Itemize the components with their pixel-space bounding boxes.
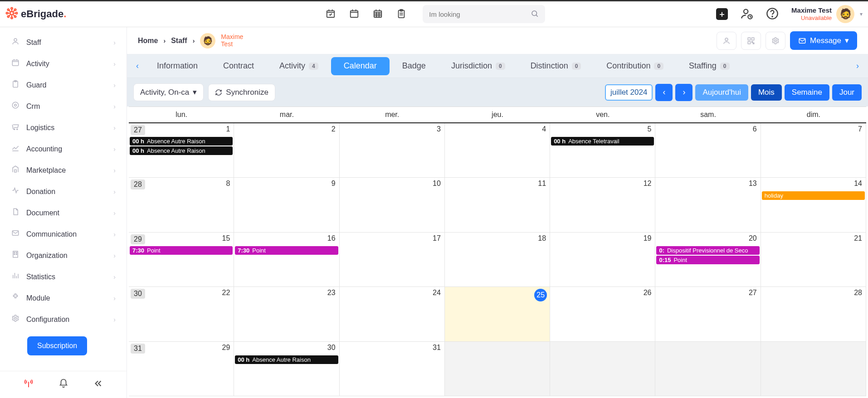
calendar-cell[interactable]: 7 — [761, 123, 866, 178]
tab-scroll-left[interactable]: ‹ — [131, 61, 144, 71]
sidebar-item-crm[interactable]: Crm› — [0, 96, 127, 117]
calendar-cell[interactable]: 4 — [445, 123, 550, 178]
next-period[interactable]: › — [675, 84, 692, 101]
calendar-cell[interactable]: 13 — [655, 178, 761, 232]
clipboard-icon[interactable] — [396, 9, 406, 20]
tab-contract[interactable]: Contract — [210, 54, 267, 78]
logo[interactable]: eBrigade. — [5, 7, 66, 21]
search-box[interactable] — [423, 5, 545, 23]
filter-select[interactable]: Activity, On-ca ▾ — [133, 83, 204, 101]
calendar-cell[interactable]: 167:30Point — [234, 233, 339, 287]
crumb-staff[interactable]: Staff — [171, 37, 187, 45]
calendar-cell[interactable]: 3129 — [129, 342, 234, 396]
collapse-icon[interactable] — [93, 379, 103, 391]
calendar-blank-icon[interactable] — [349, 9, 359, 20]
calendar-cell[interactable] — [761, 342, 866, 396]
day-view-button[interactable]: Jour — [832, 84, 862, 101]
calendar-cell[interactable]: 17 — [340, 233, 445, 287]
calendar-cell[interactable]: 3022 — [129, 287, 234, 341]
calendar-grid-icon[interactable] — [373, 9, 383, 20]
month-view-button[interactable]: Mois — [751, 84, 782, 101]
calendar-cell[interactable]: 31 — [340, 342, 445, 396]
calendar-check-icon[interactable] — [326, 9, 336, 20]
user-menu[interactable]: Maxime Test Unavailable 🧔 ▾ — [791, 5, 863, 23]
calendar-event[interactable]: 00 hAbsence Autre Raison — [130, 137, 233, 146]
calendar-cell[interactable]: 29157:30Point — [129, 233, 234, 287]
calendar-cell[interactable]: 24 — [340, 287, 445, 341]
calendar-event[interactable]: 7:30Point — [235, 246, 338, 255]
search-input[interactable] — [429, 10, 526, 18]
help-icon[interactable] — [766, 7, 779, 21]
sidebar-item-accounting[interactable]: Accounting› — [0, 138, 127, 160]
week-view-button[interactable]: Semaine — [785, 84, 829, 101]
calendar-event[interactable]: 00 hAbsence Autre Raison — [235, 355, 338, 364]
calendar-event[interactable]: 00 hAbsence Teletravail — [551, 137, 654, 146]
tab-contribution[interactable]: Contribution 0 — [594, 54, 676, 78]
sidebar-item-guard[interactable]: Guard› — [0, 74, 127, 96]
sidebar-item-document[interactable]: Document› — [0, 202, 127, 223]
sidebar-item-donation[interactable]: Donation› — [0, 181, 127, 202]
tab-jurisdiction[interactable]: Jurisdiction 0 — [439, 54, 518, 78]
gear-icon-button[interactable] — [766, 32, 785, 50]
tab-scroll-right[interactable]: › — [851, 61, 864, 71]
crumb-person[interactable]: Maxime Test — [221, 34, 243, 48]
tab-distinction[interactable]: Distinction 0 — [518, 54, 594, 78]
sidebar-item-staff[interactable]: Staff› — [0, 32, 127, 53]
calendar-cell[interactable]: 2 — [234, 123, 339, 178]
calendar-cell[interactable]: 23 — [234, 287, 339, 341]
sync-button[interactable]: Synchronize — [208, 84, 275, 101]
calendar-cell[interactable]: 25 — [445, 287, 550, 341]
calendar-cell[interactable] — [445, 342, 550, 396]
calendar-cell[interactable]: 27 — [655, 287, 761, 341]
sidebar-item-statistics[interactable]: Statistics› — [0, 266, 127, 287]
calendar-cell[interactable]: 21 — [761, 233, 866, 287]
sidebar-item-organization[interactable]: Organization› — [0, 245, 127, 266]
user-clock-icon[interactable] — [741, 7, 753, 21]
crumb-home[interactable]: Home — [138, 37, 158, 45]
calendar-cell[interactable]: 3 — [340, 123, 445, 178]
tab-activity[interactable]: Activity 4 — [267, 54, 331, 78]
calendar-cell[interactable]: 3000 hAbsence Autre Raison — [234, 342, 339, 396]
qr-icon-button[interactable] — [741, 32, 761, 50]
calendar-cell[interactable]: 6 — [655, 123, 761, 178]
subscription-button[interactable]: Subscription — [27, 336, 87, 355]
calendar-event[interactable]: 0:15Point — [656, 256, 759, 264]
calendar-cell[interactable] — [550, 342, 655, 396]
sidebar-item-marketplace[interactable]: Marketplace› — [0, 160, 127, 181]
calendar-cell[interactable]: 288 — [129, 178, 234, 232]
tab-badge[interactable]: Badge — [390, 54, 439, 78]
calendar-cell[interactable]: 14holiday — [761, 178, 866, 232]
calendar-event[interactable]: 0:Dispositif Previsionnel de Seco — [656, 246, 759, 255]
calendar-cell[interactable]: 28 — [761, 287, 866, 341]
add-button[interactable]: ＋ — [716, 8, 728, 20]
calendar-event[interactable]: holiday — [762, 191, 865, 200]
calendar-event[interactable]: 7:30Point — [130, 246, 233, 255]
sidebar-item-module[interactable]: Module› — [0, 287, 127, 309]
sidebar-item-configuration[interactable]: Configuration› — [0, 309, 127, 330]
tab-information[interactable]: Information — [144, 54, 210, 78]
profile-icon-button[interactable] — [717, 32, 736, 50]
calendar-cell[interactable]: 11 — [445, 178, 550, 232]
calendar-event[interactable]: 00 hAbsence Autre Raison — [130, 146, 233, 155]
calendar-cell[interactable] — [655, 342, 761, 396]
calendar-cell[interactable]: 500 hAbsence Teletravail — [550, 123, 655, 178]
today-button[interactable]: Aujourd'hui — [695, 84, 748, 101]
calendar-cell[interactable]: 27100 hAbsence Autre Raison00 hAbsence A… — [129, 123, 234, 178]
calendar-cell[interactable]: 9 — [234, 178, 339, 232]
calendar-cell[interactable]: 200:Dispositif Previsionnel de Seco0:15P… — [655, 233, 761, 287]
calendar-cell[interactable]: 10 — [340, 178, 445, 232]
bell-icon[interactable] — [59, 379, 68, 391]
day-number: 30 — [327, 344, 336, 352]
calendar-cell[interactable]: 18 — [445, 233, 550, 287]
sidebar-item-activity[interactable]: Activity› — [0, 53, 127, 74]
calendar-cell[interactable]: 26 — [550, 287, 655, 341]
calendar-cell[interactable]: 19 — [550, 233, 655, 287]
sidebar-item-communication[interactable]: Communication› — [0, 223, 127, 245]
broadcast-icon[interactable] — [24, 379, 34, 391]
sidebar-item-logistics[interactable]: Logistics› — [0, 117, 127, 138]
prev-period[interactable]: ‹ — [655, 84, 673, 101]
calendar-cell[interactable]: 12 — [550, 178, 655, 232]
message-button[interactable]: Message ▾ — [790, 31, 857, 50]
tab-calendar[interactable]: Calendar — [331, 57, 390, 75]
tab-staffing[interactable]: Staffing 0 — [676, 54, 742, 78]
